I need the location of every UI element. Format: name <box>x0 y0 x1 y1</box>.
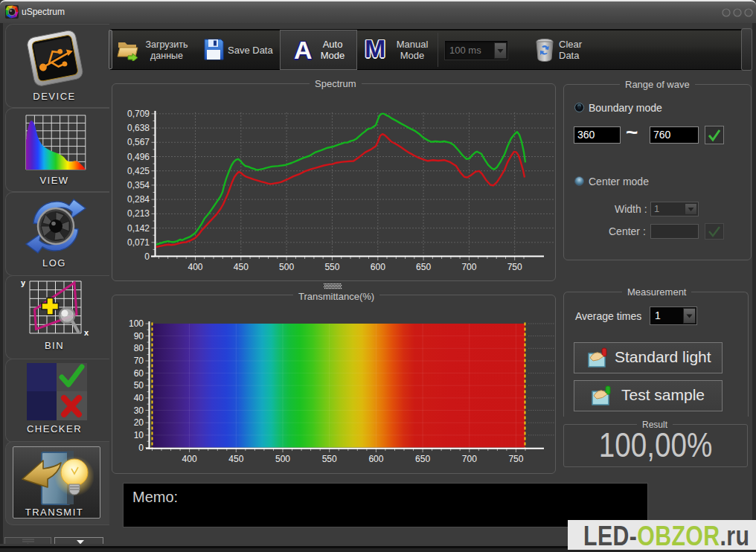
svg-text:y: y <box>21 278 26 287</box>
svg-text:x: x <box>84 328 89 337</box>
svg-text:650: 650 <box>416 262 431 272</box>
svg-text:750: 750 <box>508 454 523 464</box>
svg-text:600: 600 <box>371 262 385 272</box>
svg-text:700: 700 <box>462 454 477 464</box>
svg-text:0: 0 <box>138 443 144 453</box>
svg-text:40: 40 <box>134 393 144 403</box>
svg-text:0,567: 0,567 <box>127 137 150 147</box>
svg-text:70: 70 <box>134 356 144 366</box>
svg-text:450: 450 <box>228 454 243 464</box>
svg-text:450: 450 <box>234 262 249 272</box>
svg-text:0,638: 0,638 <box>127 123 150 133</box>
svg-text:0,709: 0,709 <box>127 109 150 119</box>
svg-text:100: 100 <box>129 318 144 329</box>
svg-text:60: 60 <box>134 368 144 379</box>
svg-text:700: 700 <box>461 262 476 272</box>
svg-text:0,071: 0,071 <box>127 237 150 248</box>
svg-text:90: 90 <box>134 331 144 341</box>
svg-text:0,142: 0,142 <box>127 223 150 234</box>
svg-text:500: 500 <box>279 262 294 272</box>
svg-text:30: 30 <box>134 405 144 416</box>
svg-text:80: 80 <box>134 343 144 353</box>
svg-text:10: 10 <box>134 430 144 440</box>
svg-text:600: 600 <box>368 454 383 464</box>
svg-text:0,354: 0,354 <box>127 180 150 190</box>
svg-text:550: 550 <box>324 262 339 272</box>
svg-text:0,213: 0,213 <box>127 208 150 219</box>
svg-text:0: 0 <box>144 251 150 262</box>
svg-text:550: 550 <box>322 454 337 464</box>
svg-text:650: 650 <box>415 454 430 464</box>
svg-text:400: 400 <box>188 262 202 272</box>
svg-text:0,425: 0,425 <box>127 166 150 176</box>
svg-text:0,496: 0,496 <box>127 152 150 162</box>
svg-text:20: 20 <box>134 417 144 428</box>
svg-text:50: 50 <box>134 380 144 391</box>
svg-text:400: 400 <box>182 454 197 464</box>
svg-text:750: 750 <box>507 262 522 272</box>
svg-text:500: 500 <box>275 454 290 464</box>
svg-text:0,284: 0,284 <box>127 194 150 205</box>
